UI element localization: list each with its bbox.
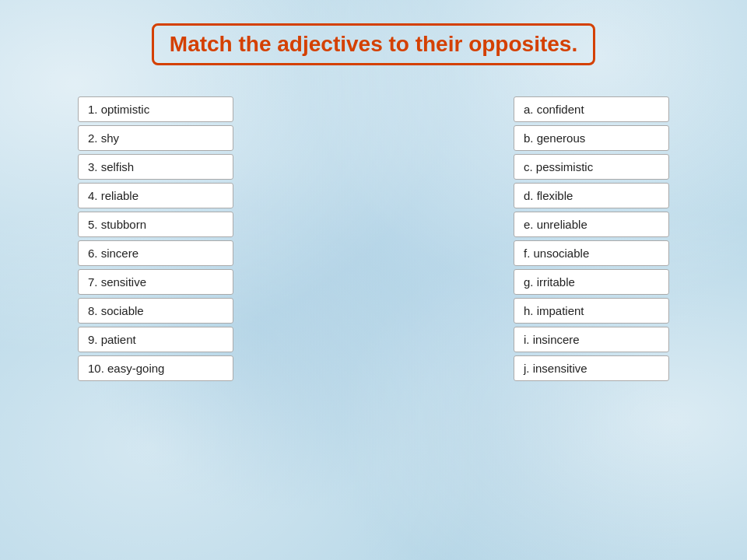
- right-column: a. confidentb. generousc. pessimisticd. …: [514, 96, 669, 381]
- right-item-c[interactable]: c. pessimistic: [514, 154, 669, 180]
- right-item-e[interactable]: e. unreliable: [514, 212, 669, 237]
- left-item-9[interactable]: 9. patient: [78, 327, 233, 352]
- left-item-1[interactable]: 1. optimistic: [78, 96, 233, 122]
- left-item-5[interactable]: 5. stubborn: [78, 212, 233, 237]
- right-item-d[interactable]: d. flexible: [514, 183, 669, 208]
- right-item-j[interactable]: j. insensitive: [514, 355, 669, 381]
- right-item-a[interactable]: a. confident: [514, 96, 669, 122]
- title-area: Match the adjectives to their opposites.: [31, 23, 716, 65]
- columns-container: 1. optimistic2. shy3. selfish4. reliable…: [31, 96, 716, 381]
- left-item-3[interactable]: 3. selfish: [78, 154, 233, 180]
- left-item-2[interactable]: 2. shy: [78, 125, 233, 151]
- left-column: 1. optimistic2. shy3. selfish4. reliable…: [78, 96, 233, 381]
- left-item-7[interactable]: 7. sensitive: [78, 269, 233, 295]
- right-item-h[interactable]: h. impatient: [514, 298, 669, 324]
- right-item-f[interactable]: f. unsociable: [514, 240, 669, 266]
- left-item-8[interactable]: 8. sociable: [78, 298, 233, 324]
- page-container: Match the adjectives to their opposites.…: [0, 0, 747, 560]
- left-item-4[interactable]: 4. reliable: [78, 183, 233, 208]
- left-item-10[interactable]: 10. easy-going: [78, 355, 233, 381]
- right-item-b[interactable]: b. generous: [514, 125, 669, 151]
- page-title: Match the adjectives to their opposites.: [152, 23, 595, 65]
- right-item-g[interactable]: g. irritable: [514, 269, 669, 295]
- left-item-6[interactable]: 6. sincere: [78, 240, 233, 266]
- right-item-i[interactable]: i. insincere: [514, 327, 669, 352]
